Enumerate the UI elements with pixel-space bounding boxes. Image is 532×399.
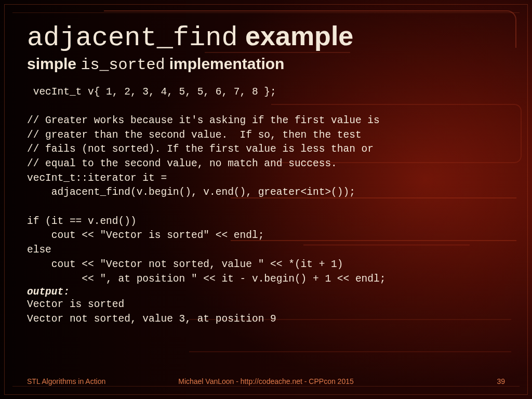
subtitle-code: is_sorted: [81, 56, 165, 74]
code-block: vecInt_t v{ 1, 2, 3, 4, 5, 5, 6, 7, 8 };…: [27, 85, 505, 287]
subtitle-post: implementation: [165, 55, 284, 72]
title-code: adjacent_find: [27, 23, 238, 54]
slide-footer: STL Algorithms in Action Michael VanLoon…: [27, 377, 505, 385]
output-label: output:: [27, 286, 505, 298]
slide-subtitle: simple is_sorted implementation: [27, 55, 505, 74]
title-plain: example: [238, 21, 354, 51]
subtitle-pre: simple: [27, 55, 81, 72]
slide-title: adjacent_find example: [27, 22, 505, 53]
output-block: Vector is sorted Vector not sorted, valu…: [27, 298, 505, 326]
footer-center: Michael VanLoon - http://codeache.net - …: [178, 377, 354, 385]
footer-left: STL Algorithms in Action: [27, 377, 105, 385]
slide-number: 39: [497, 377, 505, 385]
slide-content: adjacent_find example simple is_sorted i…: [27, 22, 505, 368]
